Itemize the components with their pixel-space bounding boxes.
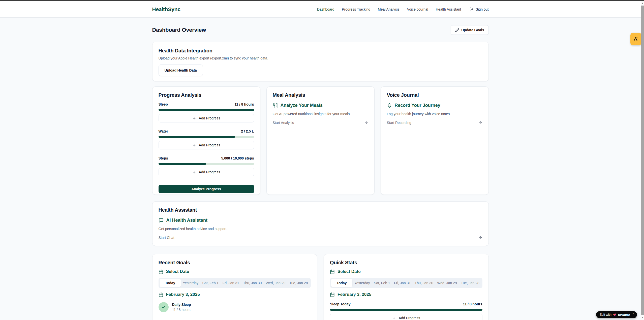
- date-tab[interactable]: Thu, Jan 30: [413, 279, 435, 287]
- recent-goals-title: Recent Goals: [159, 260, 311, 266]
- analyze-progress-button[interactable]: Analyze Progress: [159, 185, 254, 193]
- plus-icon: [192, 143, 196, 147]
- chat-bubble-icon: [159, 218, 164, 223]
- arrow-right-icon: [364, 121, 368, 125]
- date-tab[interactable]: Thu, Jan 30: [241, 279, 264, 287]
- scroll-down-arrow[interactable]: ▼: [641, 316, 644, 319]
- select-date-button[interactable]: Select Date: [330, 269, 482, 274]
- analyze-your-meals-link[interactable]: Analyze Your Meals: [273, 103, 368, 108]
- progress-bar-fill: [330, 309, 482, 311]
- start-analysis-link[interactable]: Start Analysis: [273, 121, 368, 125]
- plus-icon: [392, 316, 396, 320]
- progress-item-steps: Steps 5,000 / 10,000 steps Add Progress: [159, 156, 254, 176]
- progress-item-sleep: Sleep 11 / 8 hours Add Progress: [159, 102, 254, 122]
- nav-voice-journal[interactable]: Voice Journal: [407, 7, 428, 11]
- progress-bar-track: [330, 309, 482, 311]
- voice-journal-card: Voice Journal Record Your Journey Log yo…: [381, 86, 489, 195]
- progress-title: Progress Analysis: [159, 92, 254, 98]
- quick-stats-card: Quick Stats Select Date Today Yesterday …: [324, 254, 489, 320]
- progress-item-water: Water 2 / 2.5 L Add Progress: [159, 129, 254, 149]
- upload-health-data-button[interactable]: Upload Health Data: [159, 65, 203, 76]
- start-chat-link[interactable]: Start Chat: [159, 236, 482, 240]
- edit-with-label: Edit with: [600, 313, 611, 316]
- app-logo[interactable]: HealthSync: [152, 6, 180, 12]
- voice-card-description: Log your health journey with voice notes: [387, 112, 482, 116]
- close-icon[interactable]: ×: [632, 312, 634, 315]
- progress-value: 2 / 2.5 L: [241, 129, 254, 133]
- progress-bar-track: [159, 163, 254, 165]
- date-tab[interactable]: Sat, Feb 1: [200, 279, 221, 287]
- update-goals-label: Update Goals: [461, 28, 484, 32]
- add-progress-label: Add Progress: [199, 170, 220, 174]
- add-progress-steps-button[interactable]: Add Progress: [159, 168, 254, 176]
- goal-item-daily-sleep: Daily Sleep 11 / 8 hours: [159, 302, 311, 312]
- pencil-icon: [455, 28, 459, 32]
- date-tabs: Today Yesterday Sat, Feb 1 Fri, Jan 31 T…: [330, 278, 482, 288]
- date-tab-yesterday[interactable]: Yesterday: [352, 279, 372, 287]
- selected-date-label: February 3, 2025: [166, 292, 200, 297]
- progress-label: Water: [159, 129, 168, 133]
- add-progress-water-button[interactable]: Add Progress: [159, 141, 254, 149]
- scrollbar-thumb[interactable]: [641, 6, 644, 315]
- arrow-right-icon: [478, 236, 482, 240]
- date-tab-yesterday[interactable]: Yesterday: [181, 279, 200, 287]
- record-your-journey-link[interactable]: Record Your Journey: [387, 103, 482, 108]
- feature-link-label: Record Your Journey: [395, 103, 440, 108]
- microphone-icon: [387, 103, 392, 108]
- date-tab[interactable]: Wed, Jan 29: [264, 279, 287, 287]
- calendar-icon: [330, 269, 335, 274]
- nav-meal-analysis[interactable]: Meal Analysis: [378, 7, 400, 11]
- lovable-side-badge[interactable]: [630, 33, 641, 45]
- start-recording-link[interactable]: Start Recording: [387, 121, 482, 125]
- selected-date-display[interactable]: February 3, 2025: [330, 292, 482, 297]
- assistant-card-title: Health Assistant: [159, 207, 482, 213]
- meal-card-title: Meal Analysis: [273, 92, 368, 98]
- scroll-up-arrow[interactable]: ▲: [641, 2, 644, 5]
- add-progress-quick-stats-button[interactable]: Add Progress: [330, 314, 482, 320]
- lovable-caret-icon: [633, 36, 638, 42]
- page-scrollbar[interactable]: ▲ ▼: [641, 1, 644, 320]
- feature-action-label: Start Analysis: [273, 121, 294, 125]
- date-tab[interactable]: Tue, Jan 28: [459, 279, 481, 287]
- add-progress-label: Add Progress: [199, 116, 220, 120]
- date-tabs: Today Yesterday Sat, Feb 1 Fri, Jan 31 T…: [159, 278, 311, 288]
- sign-out-button[interactable]: Sign out: [470, 7, 488, 11]
- select-date-button[interactable]: Select Date: [159, 269, 311, 274]
- assistant-card-description: Get personalized health advice and suppo…: [159, 227, 482, 231]
- select-date-label: Select Date: [166, 269, 189, 274]
- date-tab[interactable]: Sat, Feb 1: [372, 279, 392, 287]
- health-data-integration-card: Health Data Integration Upload your Appl…: [152, 42, 489, 81]
- nav-progress-tracking[interactable]: Progress Tracking: [342, 7, 370, 11]
- nav-health-assistant[interactable]: Health Assistant: [436, 7, 461, 11]
- stat-value: 11 / 8 hours: [463, 302, 482, 306]
- progress-bar-fill: [159, 163, 206, 165]
- date-tab-today[interactable]: Today: [160, 279, 181, 287]
- update-goals-button[interactable]: Update Goals: [451, 25, 488, 35]
- selected-date-display[interactable]: February 3, 2025: [159, 292, 311, 297]
- add-progress-sleep-button[interactable]: Add Progress: [159, 114, 254, 122]
- date-tab[interactable]: Fri, Jan 31: [221, 279, 241, 287]
- meal-card-description: Get AI-powered nutritional insights for …: [273, 112, 368, 116]
- feature-link-label: AI Health Assistant: [166, 218, 207, 223]
- calendar-icon: [159, 269, 163, 274]
- edit-with-lovable-badge[interactable]: Edit with lovable ×: [596, 311, 637, 318]
- goal-name: Daily Sleep: [172, 303, 191, 307]
- date-tab-today[interactable]: Today: [331, 279, 352, 287]
- calendar-icon: [159, 292, 163, 297]
- progress-value: 11 / 8 hours: [234, 102, 254, 106]
- progress-value: 5,000 / 10,000 steps: [221, 156, 254, 160]
- progress-analysis-card: Progress Analysis Sleep 11 / 8 hours Add…: [152, 86, 260, 195]
- main-nav: Dashboard Progress Tracking Meal Analysi…: [317, 7, 489, 11]
- integration-title: Health Data Integration: [159, 48, 482, 54]
- utensils-icon: [273, 103, 278, 108]
- date-tab[interactable]: Fri, Jan 31: [392, 279, 413, 287]
- ai-health-assistant-link[interactable]: AI Health Assistant: [159, 218, 482, 223]
- meal-analysis-card: Meal Analysis Analyze Your Meals Get AI-…: [266, 86, 375, 195]
- nav-dashboard[interactable]: Dashboard: [317, 7, 334, 11]
- date-tab[interactable]: Tue, Jan 28: [287, 279, 310, 287]
- selected-date-label: February 3, 2025: [338, 292, 371, 297]
- arrow-right-icon: [478, 121, 482, 125]
- stat-label: Sleep Today: [330, 302, 350, 306]
- check-icon: [161, 305, 166, 309]
- date-tab[interactable]: Wed, Jan 29: [435, 279, 459, 287]
